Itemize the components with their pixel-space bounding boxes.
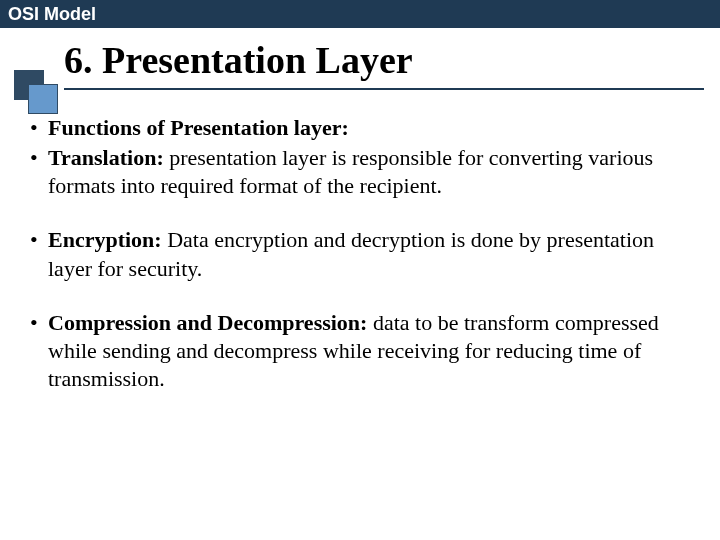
header-title: OSI Model [8, 4, 96, 25]
bullet-bold: Encryption: [48, 227, 162, 252]
title-area: 6. Presentation Layer [14, 38, 700, 90]
bullet-bold: Functions of Presentation layer: [48, 115, 349, 140]
bullet-item: Encryption: Data encryption and decrypti… [30, 226, 690, 282]
bullet-item: Translation: presentation layer is respo… [30, 144, 690, 200]
bullet-item: Compression and Decompression: data to b… [30, 309, 690, 393]
bullet-item: Functions of Presentation layer: [30, 114, 690, 142]
bullet-bold: Compression and Decompression: [48, 310, 367, 335]
bullet-bold: Translation: [48, 145, 164, 170]
slide-content: Functions of Presentation layer: Transla… [30, 114, 690, 393]
slide-title: 6. Presentation Layer [64, 38, 704, 90]
header-bar: OSI Model [0, 0, 720, 28]
title-squares-icon [14, 70, 64, 110]
